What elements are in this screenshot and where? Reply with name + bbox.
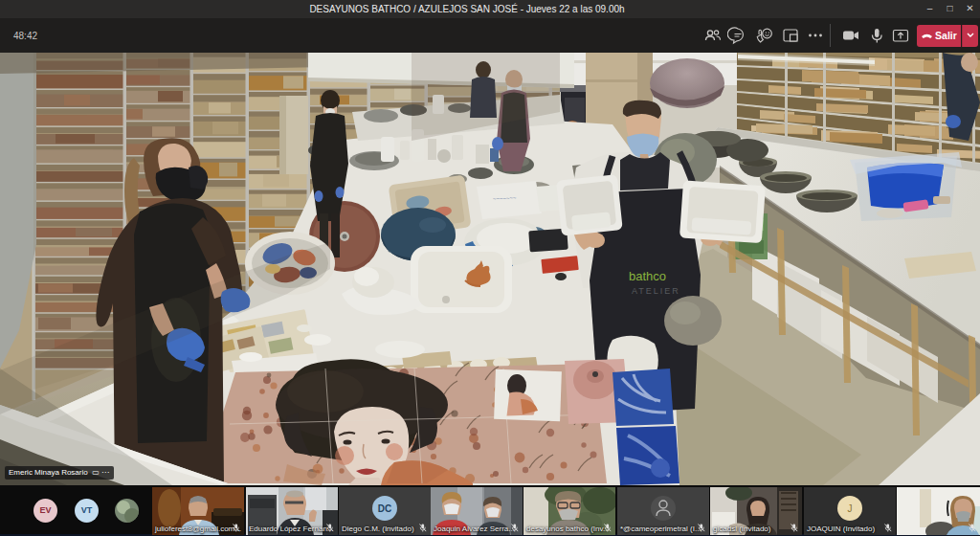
svg-text:J: J [848, 503, 853, 514]
svg-text:DC: DC [378, 503, 391, 514]
